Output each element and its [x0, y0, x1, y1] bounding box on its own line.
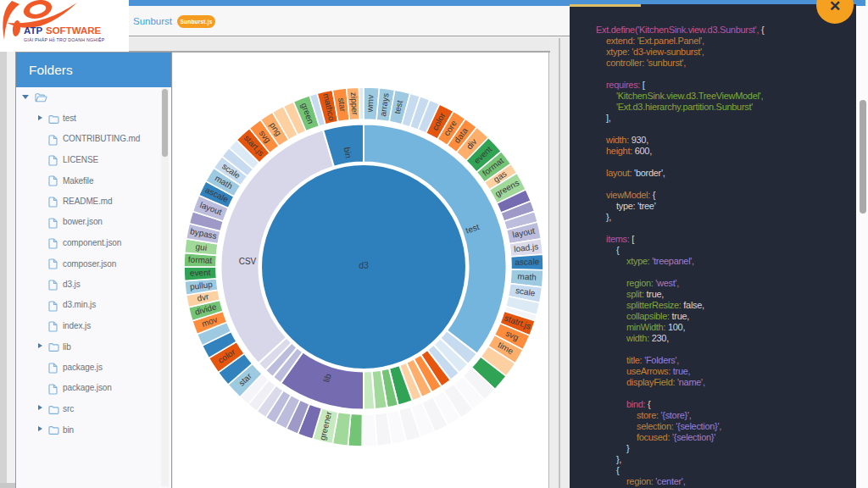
svg-text:SOFTWARE: SOFTWARE — [46, 25, 101, 36]
svg-text:format: format — [188, 254, 213, 264]
svg-text:zipper: zipper — [349, 92, 360, 116]
svg-text:gui: gui — [195, 241, 208, 252]
svg-text:star: star — [337, 97, 348, 113]
svg-text:math: math — [517, 271, 537, 281]
svg-text:bin: bin — [342, 146, 353, 158]
svg-text:event: event — [190, 267, 211, 277]
svg-text:ATP: ATP — [24, 25, 42, 36]
svg-text:wmv: wmv — [365, 94, 376, 113]
svg-text:GIẢI PHÁP Hỗ TRỢ DOANH NGHIỆP: GIẢI PHÁP Hỗ TRỢ DOANH NGHIỆP — [24, 36, 105, 42]
svg-text:CSV: CSV — [239, 256, 257, 265]
svg-text:ascale: ascale — [515, 257, 540, 267]
svg-text:d3: d3 — [359, 259, 369, 269]
